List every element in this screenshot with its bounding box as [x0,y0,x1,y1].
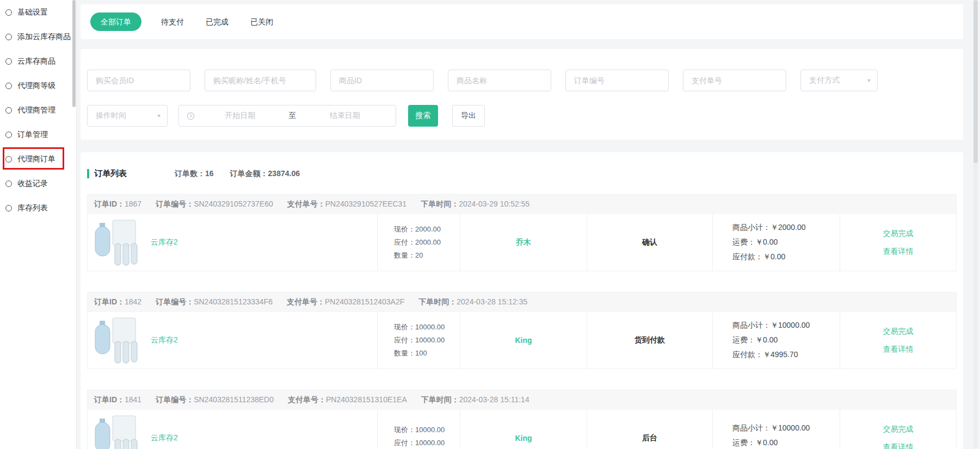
tab-closed[interactable]: 已关闭 [248,13,275,31]
pay-no-input[interactable] [683,70,786,91]
pay-sn-value: PN24032910527EEC31 [325,199,406,208]
sidebar-item-label: 代理商管理 [17,105,56,115]
filter-row-1: 支付方式 ▾ [87,70,963,91]
order-header: 订单ID：1842 订单编号：SN24032815123334F6 支付单号：P… [88,292,956,312]
nickname-input[interactable] [205,70,316,91]
order-sn-value: SN2403281511238ED0 [194,395,274,404]
product-name-input[interactable] [448,70,551,91]
sidebar-scrollbar[interactable] [72,0,76,107]
tab-all-orders[interactable]: 全部订单 [90,13,141,31]
order-id-label: 订单ID： [94,395,125,404]
amount-due: 应付款：￥4995.70 [732,350,840,360]
sidebar-item-cloud-stock-product[interactable]: 云库存商品 [5,49,59,73]
export-button[interactable]: 导出 [452,105,485,127]
sidebar-item-agent-manage[interactable]: 代理商管理 [5,98,59,122]
product-id-input[interactable] [330,70,434,91]
date-range-picker[interactable]: 开始日期 至 结束日期 [178,105,396,127]
sidebar-item-basic-settings[interactable]: 基础设置 [5,0,51,24]
sidebar-item-label: 收益记录 [17,179,48,189]
filter-panel: 支付方式 ▾ 操作时间 ▾ 开始日期 至 结束日期 [81,49,963,140]
product-name-link[interactable]: 云库存2 [151,238,178,247]
product-name-link[interactable]: 云库存2 [151,433,178,443]
tab-pending-payment[interactable]: 待支付 [159,13,186,31]
status-text: 交易完成 [883,327,914,336]
sidebar-item-label: 代理商订单 [17,154,56,164]
buyer-cell: 乔木 [460,214,587,271]
order-id-value: 1841 [125,395,141,404]
chevron-down-icon: ▾ [867,77,871,83]
sidebar-item-income-records[interactable]: 收益记录 [5,171,51,196]
pay-sn-label: 支付单号： [287,297,325,306]
product-image [93,413,143,449]
order-card: 订单ID：1867 订单编号：SN2403291052737E60 支付单号：P… [87,194,957,271]
actions-cell: 交易完成 查看详情 [840,410,956,449]
search-button[interactable]: 搜索 [408,105,438,127]
actions-cell: 交易完成 查看详情 [840,312,956,369]
sidebar-item-agent-level[interactable]: 代理商等级 [5,73,59,98]
main-content: 全部订单 待支付 已完成 已关闭 支付方式 ▾ 操作时间 [77,0,980,449]
order-status-tabs: 全部订单 待支付 已完成 已关闭 [81,4,963,39]
price-cell: 现价：2000.00 应付：2000.00 数量：20 [378,214,460,271]
freight: 运费：￥0.00 [732,335,840,345]
clock-icon [187,112,195,120]
order-list-title: 订单列表 [94,169,127,179]
order-sn-value: SN24032815123334F6 [194,297,273,306]
order-card: 订单ID：1841 订单编号：SN2403281511238ED0 支付单号：P… [87,390,957,449]
chevron-down-icon: ▾ [157,113,161,119]
radio-circle-icon [5,34,12,40]
pay-sn-value: PN240328151310E1EA [326,395,407,404]
radio-circle-icon [5,83,12,89]
product-name-link[interactable]: 云库存2 [151,335,178,345]
product-image [93,315,143,365]
radio-circle-icon [5,107,12,114]
current-price: 现价：10000.00 [394,425,460,435]
buyer-cell: King [460,312,587,369]
order-list-panel: 订单列表 订单数：16 订单金额：23874.06 订单ID：1867 订单编号… [81,152,963,449]
sidebar-item-label: 添加云库存商品 [17,32,71,42]
freight: 运费：￥0.00 [732,238,840,247]
payable-price: 应付：10000.00 [394,438,460,448]
product-cell: 云库存2 [88,410,378,449]
order-id-value: 1842 [125,297,141,306]
radio-circle-icon [5,180,12,187]
order-time-value: 2024-03-29 10:52:55 [459,199,529,208]
buyer-cell: King [460,410,587,449]
order-id-label: 订单ID： [94,297,125,306]
order-id-label: 订单ID： [94,199,125,208]
sidebar-item-agent-orders[interactable]: 代理商订单 [5,147,59,171]
amounts-cell: 商品小计：￥2000.00 运费：￥0.00 应付款：￥0.00 [713,214,840,271]
amount-due: 应付款：￥0.00 [732,252,840,262]
sidebar-item-label: 订单管理 [17,130,48,140]
page-scrollbar-thumb[interactable] [973,0,978,163]
pay-sn-value: PN2403281512403A2F [325,297,404,306]
order-time-label: 下单时间： [418,297,457,306]
tab-completed[interactable]: 已完成 [204,13,231,31]
order-sn-label: 订单编号： [156,199,194,208]
payable-price: 应付：2000.00 [394,238,460,247]
radio-circle-icon [5,132,12,138]
pay-method-placeholder: 支付方式 [809,76,840,85]
operate-time-select[interactable]: 操作时间 ▾ [87,105,168,127]
start-date-placeholder[interactable]: 开始日期 [195,111,286,121]
pay-method-select[interactable]: 支付方式 ▾ [800,70,878,91]
order-no-input[interactable] [565,70,669,91]
member-id-input[interactable] [87,70,190,91]
view-detail-link[interactable]: 查看详情 [883,442,914,449]
pay-sn-label: 支付单号： [287,199,325,208]
subtotal: 商品小计：￥10000.00 [732,423,840,433]
sidebar-item-stock-list[interactable]: 库存列表 [5,196,51,220]
product-cell: 云库存2 [88,214,378,271]
order-sn-value: SN2403291052737E60 [194,199,273,208]
order-time-label: 下单时间： [421,199,459,208]
operate-time-placeholder: 操作时间 [96,111,126,121]
sidebar-item-order-manage[interactable]: 订单管理 [5,122,51,147]
sidebar-item-add-cloud-stock-product[interactable]: 添加云库存商品 [5,24,74,49]
quantity: 数量：20 [394,251,460,260]
end-date-placeholder[interactable]: 结束日期 [300,111,391,121]
sidebar-item-label: 云库存商品 [17,57,56,66]
order-time-value: 2024-03-28 15:12:35 [457,297,527,306]
order-type-cell: 确认 [587,214,713,271]
view-detail-link[interactable]: 查看详情 [883,345,914,354]
view-detail-link[interactable]: 查看详情 [883,247,914,257]
product-image [93,217,143,267]
